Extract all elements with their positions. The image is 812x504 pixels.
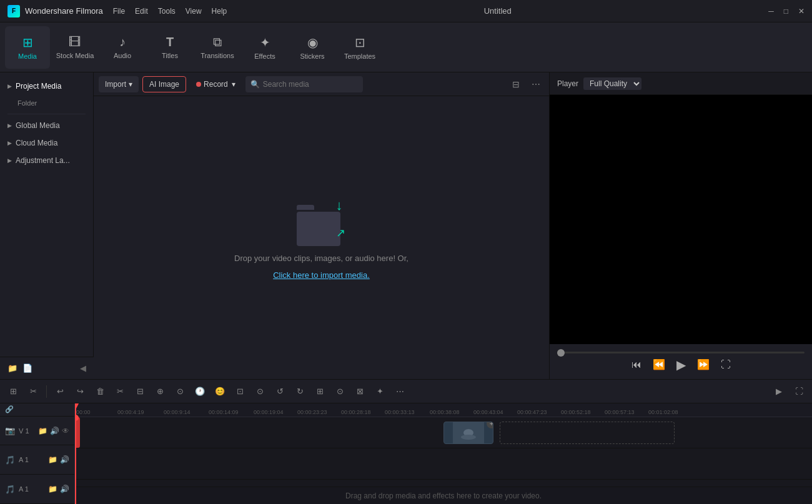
tl-template-button[interactable]: ⊡ <box>232 383 248 400</box>
tl-zoom-button[interactable]: ⊕ <box>152 383 168 400</box>
play-button[interactable]: ▶ <box>676 357 686 372</box>
tl-effects-button[interactable]: ✦ <box>372 383 388 400</box>
menu-file[interactable]: File <box>113 7 125 16</box>
player-progress-thumb <box>557 349 565 357</box>
step-back-button[interactable]: ⏮ <box>631 359 641 370</box>
media-icon: ⊞ <box>22 35 33 50</box>
search-input[interactable] <box>245 76 363 92</box>
record-button[interactable]: Record ▾ <box>190 76 242 92</box>
menu-view[interactable]: View <box>186 7 202 16</box>
frame-back-button[interactable]: ⏪ <box>653 358 665 370</box>
track-audio-icon[interactable]: 🔊 <box>50 427 59 435</box>
track-a1-label: A 1 <box>19 456 29 463</box>
ruler-mark-13: 00:01:02:08 <box>648 409 678 415</box>
track-v1-label: V 1 <box>19 427 29 435</box>
ruler-mark-5: 00:00:23:23 <box>297 409 327 415</box>
media-drop-area[interactable]: ↓ ↗ Drop your video clips, images, or au… <box>94 96 549 379</box>
sidebar-item-cloud-media[interactable]: ▶ Cloud Media <box>0 134 93 152</box>
media-clip-1[interactable]: + <box>443 422 493 444</box>
tl-play-button[interactable]: ▶ <box>771 383 787 400</box>
tl-ai-button[interactable]: ⊙ <box>332 383 348 400</box>
ruler-mark-2: 00:00:9:14 <box>164 409 191 415</box>
toolbar-templates[interactable]: ⊡ Templates <box>337 26 382 69</box>
sidebar-item-project-media[interactable]: ▶ Project Media <box>0 77 93 95</box>
sidebar-adjustment-label: Adjustment La... <box>16 156 70 165</box>
toolbar-stickers-label: Stickers <box>300 52 324 60</box>
tl-freeze-button[interactable]: 🕐 <box>192 383 208 400</box>
playhead[interactable] <box>75 417 76 504</box>
menu-tools[interactable]: Tools <box>158 7 176 16</box>
menu-edit[interactable]: Edit <box>135 7 148 16</box>
player-progress[interactable] <box>557 352 805 353</box>
track-folder-icon[interactable]: 📁 <box>38 427 47 435</box>
track-row-a1 <box>75 448 812 480</box>
quality-select[interactable]: Full Quality 1/2 Quality 1/4 Quality <box>583 77 641 90</box>
sidebar-item-folder[interactable]: Folder <box>0 95 93 111</box>
link-icon[interactable]: 🔗 <box>5 405 14 413</box>
toolbar-titles[interactable]: T Titles <box>147 26 192 69</box>
player-controls: ⏮ ⏪ ▶ ⏩ ⛶ <box>550 344 812 379</box>
folder-shape <box>297 212 340 246</box>
tl-speed-button[interactable]: ⊙ <box>172 383 188 400</box>
fullscreen-button[interactable]: ⛶ <box>721 359 731 370</box>
transitions-icon: ⧉ <box>213 35 222 49</box>
toolbar-audio[interactable]: ♪ Audio <box>100 26 145 69</box>
menu-help[interactable]: Help <box>212 7 227 16</box>
tl-more-button[interactable]: ⋯ <box>392 383 408 400</box>
more-options-button[interactable]: ⋯ <box>528 76 544 92</box>
ruler-mark-1: 00:00:4:19 <box>117 409 144 415</box>
tl-delete-button[interactable]: 🗑 <box>92 383 108 400</box>
toolbar-stock-media-label: Stock Media <box>56 52 94 59</box>
maximize-button[interactable]: □ <box>784 7 788 16</box>
filter-button[interactable]: ⊟ <box>508 76 524 92</box>
tl-cut-button[interactable]: ✂ <box>112 383 128 400</box>
minimize-button[interactable]: ─ <box>768 7 774 16</box>
sidebar-item-global-media[interactable]: ▶ Global Media <box>0 117 93 134</box>
tl-stabilize-button[interactable]: ↺ <box>272 383 288 400</box>
tl-undo-button[interactable]: ↩ <box>52 383 68 400</box>
toolbar-transitions[interactable]: ⧉ Transitions <box>195 26 240 69</box>
toolbar-media-label: Media <box>18 52 37 60</box>
track-a2-folder-icon[interactable]: 📁 <box>48 485 57 493</box>
import-files-icon[interactable]: 📄 <box>22 363 32 373</box>
drop-text: Drop your video clips, images, or audio … <box>234 254 408 263</box>
toolbar-effects[interactable]: ✦ Effects <box>242 26 287 69</box>
tl-redo-button[interactable]: ↪ <box>72 383 88 400</box>
frame-forward-button[interactable]: ⏩ <box>697 358 710 370</box>
titles-icon: T <box>166 35 174 49</box>
tl-crop-button[interactable]: ⊟ <box>132 383 148 400</box>
tl-fullscreen-button[interactable]: ⛶ <box>791 383 807 400</box>
timeline-toolbar: ⊞ ✂ ↩ ↪ 🗑 ✂ ⊟ ⊕ ⊙ 🕐 😊 ⊡ ⊙ ↺ ↻ ⊞ ⊙ ⊠ ✦ ⋯ … <box>0 380 812 403</box>
ai-image-button[interactable]: AI Image <box>142 76 186 92</box>
import-link[interactable]: Click here to import media. <box>273 270 370 280</box>
close-button[interactable]: ✕ <box>798 7 805 16</box>
toolbar-stickers[interactable]: ◉ Stickers <box>290 26 335 69</box>
import-button[interactable]: Import ▾ <box>99 76 139 92</box>
clip-thumbnail <box>453 422 484 443</box>
ai-image-label: AI Image <box>149 80 179 89</box>
add-to-timeline-badge[interactable]: + <box>487 422 493 428</box>
track-a1-folder-icon[interactable]: 📁 <box>48 455 57 464</box>
drop-icon: ↓ ↗ <box>297 196 347 246</box>
tl-color-button[interactable]: ⊙ <box>252 383 268 400</box>
media-panel: Import ▾ AI Image Record ▾ 🔍 ⊟ ⋯ <box>94 72 550 379</box>
new-folder-icon[interactable]: 📁 <box>7 363 17 373</box>
tl-export-button[interactable]: ⊠ <box>352 383 368 400</box>
tl-mask-button[interactable]: ⊞ <box>312 383 328 400</box>
collapse-sidebar-icon[interactable]: ◀ <box>80 363 86 373</box>
sidebar-item-adjustment-layer[interactable]: ▶ Adjustment La... <box>0 152 93 169</box>
app-name: Wondershare Filmora <box>25 6 103 16</box>
toolbar-stock-media[interactable]: 🎞 Stock Media <box>52 26 97 69</box>
track-eye-icon[interactable]: 👁 <box>62 427 69 435</box>
tl-magnet-button[interactable]: ✂ <box>25 383 41 400</box>
track-header-v1: 📷 V 1 📁 🔊 👁 <box>0 417 74 446</box>
tl-audio-button[interactable]: 😊 <box>212 383 228 400</box>
project-title: Untitled <box>484 6 512 16</box>
track-a2-audio-icon[interactable]: 🔊 <box>60 485 69 493</box>
tl-grid-button[interactable]: ⊞ <box>5 383 21 400</box>
drop-zone-1[interactable] <box>500 422 675 444</box>
toolbar-media[interactable]: ⊞ Media <box>5 26 50 69</box>
main-toolbar: ⊞ Media 🎞 Stock Media ♪ Audio T Titles ⧉… <box>0 22 812 72</box>
tl-motion-button[interactable]: ↻ <box>292 383 308 400</box>
track-a1-audio-icon[interactable]: 🔊 <box>60 455 69 464</box>
